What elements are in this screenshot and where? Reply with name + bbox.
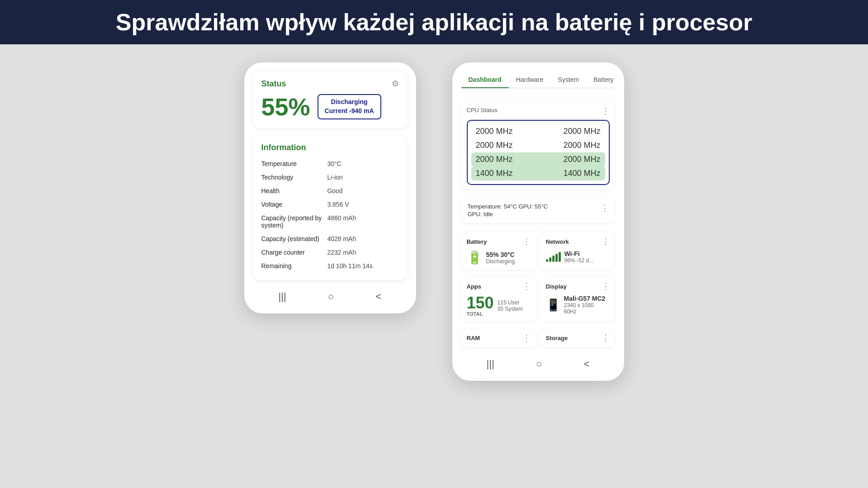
info-value: Li-ion bbox=[327, 171, 398, 184]
cpu-freq-left: 2000 MHz bbox=[476, 141, 513, 150]
info-value: 1d 10h 11m 14s bbox=[327, 259, 398, 273]
battery-icon: 🔋 bbox=[467, 250, 483, 265]
info-table: Temperature30°CTechnologyLi-ionHealthGoo… bbox=[261, 157, 399, 273]
battery-row: 55% Discharging Current -940 mA bbox=[261, 94, 399, 119]
info-row: Capacity (reported by system)4860 mAh bbox=[261, 211, 399, 232]
left-phone-screen: Status ⚙ 55% Discharging Current -940 mA… bbox=[244, 62, 416, 284]
tab-system[interactable]: System bbox=[550, 71, 586, 88]
info-title: Information bbox=[261, 143, 399, 152]
battery-percent-value: 55% 30°C bbox=[486, 251, 515, 258]
info-value: 4860 mAh bbox=[327, 211, 398, 232]
gpu-status: GPU: Idle bbox=[468, 211, 548, 218]
info-value: 30°C bbox=[327, 157, 398, 171]
info-label: Capacity (reported by system) bbox=[261, 211, 327, 232]
header-banner: Sprawdziłam wpływ każdej aplikacji na ba… bbox=[0, 0, 868, 44]
apps-total-label: TOTAL bbox=[467, 311, 494, 317]
battery-more-icon[interactable]: ⋮ bbox=[522, 237, 531, 246]
info-row: HealthGood bbox=[261, 184, 399, 198]
phone-outline-icon: 📱 bbox=[546, 298, 560, 312]
ram-widget: RAM ⋮ bbox=[461, 328, 536, 347]
gpu-more-icon[interactable]: ⋮ bbox=[601, 203, 609, 213]
recents-button[interactable]: ||| bbox=[279, 291, 286, 303]
apps-total-number: 150 bbox=[467, 295, 494, 311]
status-card: Status ⚙ 55% Discharging Current -940 mA bbox=[253, 71, 407, 128]
display-more-icon[interactable]: ⋮ bbox=[602, 281, 610, 291]
apps-more-icon[interactable]: ⋮ bbox=[522, 281, 531, 291]
cpu-freq-right: 2000 MHz bbox=[563, 141, 600, 150]
widgets-row2: Apps ⋮ 150 TOTAL 115 User 35 System bbox=[461, 277, 615, 321]
network-type: Wi-Fi bbox=[564, 250, 594, 257]
right-phone: Dashboard Hardware System Battery CPU St… bbox=[452, 62, 624, 381]
info-row: Charge counter2232 mAh bbox=[261, 246, 399, 259]
info-row: Capacity (estimated)4028 mAh bbox=[261, 232, 399, 246]
wifi-bars-icon bbox=[546, 252, 561, 262]
cpu-row: 2000 MHz2000 MHz bbox=[471, 138, 605, 152]
current-label: Current -940 mA bbox=[325, 107, 374, 116]
info-value: 2232 mAh bbox=[327, 246, 398, 259]
battery-widget: Battery ⋮ 🔋 55% 30°C Discharging bbox=[461, 232, 536, 270]
info-row: TechnologyLi-ion bbox=[261, 171, 399, 184]
cpu-grid: 2000 MHz2000 MHz2000 MHz2000 MHz2000 MHz… bbox=[467, 120, 610, 185]
right-home-button[interactable]: ○ bbox=[536, 358, 542, 370]
info-label: Technology bbox=[261, 171, 327, 184]
battery-status-value: Discharging bbox=[486, 258, 515, 265]
right-recents-button[interactable]: ||| bbox=[487, 358, 494, 370]
cpu-freq-left: 2000 MHz bbox=[476, 155, 513, 164]
storage-widget: Storage ⋮ bbox=[541, 328, 615, 347]
cpu-freq-left: 1400 MHz bbox=[476, 169, 513, 178]
discharging-badge: Discharging Current -940 mA bbox=[318, 94, 381, 119]
ram-title: RAM bbox=[467, 335, 480, 341]
cpu-status-card: CPU Status ⋮ 2000 MHz2000 MHz2000 MHz200… bbox=[461, 102, 615, 190]
home-button[interactable]: ○ bbox=[328, 291, 334, 303]
storage-title: Storage bbox=[546, 335, 568, 341]
network-signal: 96% -52 d... bbox=[564, 257, 594, 264]
cpu-row: 2000 MHz2000 MHz bbox=[471, 124, 605, 138]
discharging-label: Discharging bbox=[331, 98, 368, 107]
apps-system: 35 System bbox=[498, 306, 523, 312]
information-card: Information Temperature30°CTechnologyLi-… bbox=[253, 136, 407, 280]
tab-dashboard[interactable]: Dashboard bbox=[461, 71, 509, 88]
display-resolution: 2340 x 1080 bbox=[564, 302, 606, 308]
tab-battery[interactable]: Battery bbox=[586, 71, 621, 88]
network-more-icon[interactable]: ⋮ bbox=[602, 237, 610, 246]
info-label: Health bbox=[261, 184, 327, 198]
ram-more-icon[interactable]: ⋮ bbox=[522, 333, 531, 343]
cpu-freq-right: 2000 MHz bbox=[563, 127, 600, 136]
info-row: Temperature30°C bbox=[261, 157, 399, 171]
gear-icon[interactable]: ⚙ bbox=[392, 79, 399, 89]
display-widget-title: Display bbox=[546, 283, 567, 290]
status-card-header: Status ⚙ bbox=[261, 79, 399, 89]
network-widget-title: Network bbox=[546, 238, 569, 245]
info-label: Voltage bbox=[261, 198, 327, 211]
dashboard-tabs: Dashboard Hardware System Battery bbox=[461, 71, 615, 88]
right-phone-nav: ||| ○ < bbox=[452, 352, 624, 372]
info-row: Remaining1d 10h 11m 14s bbox=[261, 259, 399, 273]
right-back-button[interactable]: < bbox=[584, 358, 590, 370]
display-refresh: 60Hz bbox=[564, 308, 606, 315]
cpu-more-icon[interactable]: ⋮ bbox=[602, 106, 610, 116]
cpu-row: 1400 MHz1400 MHz bbox=[471, 166, 605, 180]
widgets-row3: RAM ⋮ Storage ⋮ bbox=[461, 328, 615, 347]
display-widget: Display ⋮ 📱 Mali-G57 MC2 2340 x 1080 60H… bbox=[541, 277, 615, 321]
temp-text: Temperature: 54°C GPU: 55°C bbox=[468, 203, 548, 210]
status-card-title: Status bbox=[261, 79, 286, 89]
info-label: Temperature bbox=[261, 157, 327, 171]
apps-user: 115 User bbox=[498, 299, 523, 306]
battery-widget-title: Battery bbox=[467, 238, 487, 245]
display-gpu: Mali-G57 MC2 bbox=[564, 295, 606, 302]
storage-more-icon[interactable]: ⋮ bbox=[602, 333, 610, 343]
info-row: Voltage3.856 V bbox=[261, 198, 399, 211]
info-value: 4028 mAh bbox=[327, 232, 398, 246]
info-value: Good bbox=[327, 184, 398, 198]
info-label: Remaining bbox=[261, 259, 327, 273]
tab-hardware[interactable]: Hardware bbox=[509, 71, 551, 88]
temp-card: Temperature: 54°C GPU: 55°C GPU: Idle ⋮ bbox=[461, 199, 615, 223]
network-widget: Network ⋮ Wi-Fi 96% -52 bbox=[541, 232, 615, 270]
back-button[interactable]: < bbox=[376, 291, 382, 303]
apps-widget: Apps ⋮ 150 TOTAL 115 User 35 System bbox=[461, 277, 536, 321]
apps-widget-title: Apps bbox=[467, 283, 482, 290]
cpu-freq-right: 2000 MHz bbox=[563, 155, 600, 164]
left-phone-nav: ||| ○ < bbox=[244, 284, 416, 304]
content-area: Status ⚙ 55% Discharging Current -940 mA… bbox=[0, 44, 868, 488]
page-title: Sprawdziłam wpływ każdej aplikacji na ba… bbox=[116, 8, 752, 36]
